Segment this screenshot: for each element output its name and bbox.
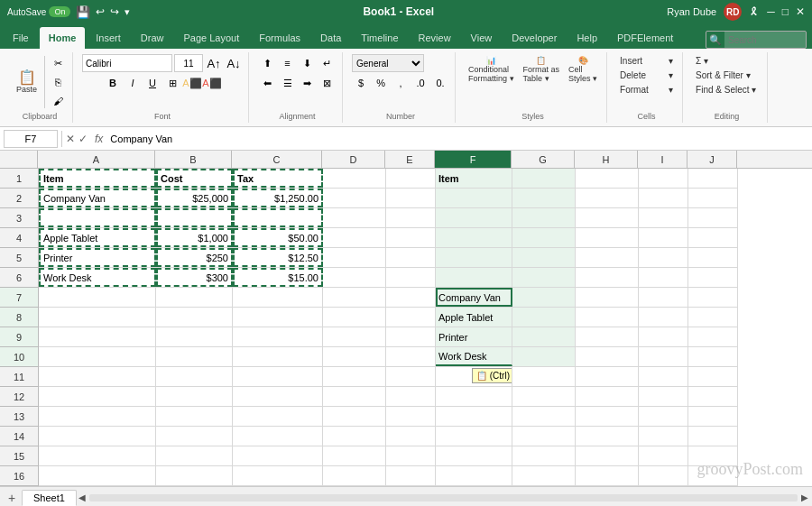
autosave-toggle[interactable]: On — [49, 6, 70, 17]
row-header-4[interactable]: 4 — [0, 228, 38, 248]
cell-h11[interactable] — [576, 367, 639, 386]
cell-b12[interactable] — [156, 387, 233, 406]
cell-b4[interactable]: $1,000 — [156, 228, 233, 247]
cut-button[interactable]: ✂ — [49, 54, 67, 72]
cell-i3[interactable] — [639, 208, 688, 227]
underline-button[interactable]: U — [143, 74, 161, 92]
cell-f15[interactable] — [436, 446, 512, 465]
delete-button[interactable]: Delete▾ — [616, 69, 677, 82]
cell-e16[interactable] — [386, 466, 436, 485]
cell-j14[interactable] — [688, 427, 738, 446]
cell-f16[interactable] — [436, 466, 512, 485]
cell-c12[interactable] — [233, 387, 323, 406]
col-header-h[interactable]: H — [575, 151, 638, 168]
percent-button[interactable]: % — [372, 74, 390, 92]
cell-c15[interactable] — [233, 446, 323, 465]
user-avatar[interactable]: RD — [724, 3, 742, 21]
cell-h1[interactable] — [576, 169, 639, 188]
cell-e14[interactable] — [386, 427, 436, 446]
sort-filter-button[interactable]: Sort & Filter ▾ — [692, 69, 761, 82]
cell-i13[interactable] — [639, 407, 688, 426]
row-header-12[interactable]: 12 — [0, 387, 38, 407]
cell-j2[interactable] — [688, 189, 738, 207]
col-header-c[interactable]: C — [232, 151, 322, 168]
cell-j10[interactable] — [688, 347, 738, 366]
tab-developer[interactable]: Developer — [503, 27, 566, 49]
cell-j3[interactable] — [688, 208, 738, 227]
font-name-input[interactable] — [82, 54, 172, 72]
align-left-button[interactable]: ⬅ — [259, 74, 277, 92]
format-button[interactable]: Format▾ — [616, 83, 677, 97]
cell-d6[interactable] — [323, 268, 386, 287]
cell-a15[interactable] — [39, 446, 156, 465]
cell-i2[interactable] — [639, 189, 688, 207]
cell-d7[interactable] — [323, 288, 386, 307]
align-right-button[interactable]: ➡ — [299, 74, 317, 92]
sheet-tab-sheet1[interactable]: Sheet1 — [22, 490, 77, 506]
cell-e1[interactable] — [386, 169, 436, 188]
tab-review[interactable]: Review — [410, 27, 460, 49]
cell-reference-box[interactable] — [4, 130, 58, 148]
cell-g14[interactable] — [512, 427, 576, 446]
cell-g4[interactable] — [512, 228, 576, 247]
cell-f8[interactable]: Apple Tablet — [436, 308, 512, 327]
cell-i4[interactable] — [639, 228, 688, 247]
cell-e13[interactable] — [386, 407, 436, 426]
align-top-button[interactable]: ⬆ — [259, 54, 277, 72]
merge-center-button[interactable]: ⊠ — [318, 74, 337, 92]
cell-c2[interactable]: $1,250.00 — [233, 189, 323, 207]
scroll-left-icon[interactable]: ◀ — [78, 492, 86, 502]
cell-h15[interactable] — [576, 446, 639, 465]
cell-j8[interactable] — [688, 308, 738, 327]
cell-e5[interactable] — [386, 248, 436, 267]
cell-c3[interactable] — [233, 208, 323, 227]
cell-j15[interactable] — [688, 446, 738, 465]
cell-h6[interactable] — [576, 268, 639, 287]
format-as-table-button[interactable]: 📋 Format asTable ▾ — [520, 54, 564, 85]
tab-help[interactable]: Help — [567, 27, 606, 49]
cell-a11[interactable] — [39, 367, 156, 386]
search-box[interactable]: 🔍 — [706, 31, 807, 49]
cell-c9[interactable] — [233, 327, 323, 346]
cell-b14[interactable] — [156, 427, 233, 446]
cell-h7[interactable] — [576, 288, 639, 307]
cell-g2[interactable] — [512, 189, 576, 207]
font-size-input[interactable] — [174, 54, 203, 72]
cell-b9[interactable] — [156, 327, 233, 346]
cell-f14[interactable] — [436, 427, 512, 446]
cell-f13[interactable] — [436, 407, 512, 426]
align-center-button[interactable]: ☰ — [279, 74, 297, 92]
increase-decimal-button[interactable]: .0 — [411, 74, 429, 92]
cell-b3[interactable] — [156, 208, 233, 227]
redo-icon[interactable]: ↪ — [110, 5, 119, 18]
cell-d16[interactable] — [323, 466, 386, 485]
cell-h5[interactable] — [576, 248, 639, 267]
decrease-decimal-button[interactable]: 0. — [431, 74, 449, 92]
col-header-f[interactable]: F — [435, 151, 512, 168]
cell-e6[interactable] — [386, 268, 436, 287]
scroll-right-icon[interactable]: ▶ — [801, 492, 808, 502]
insert-button[interactable]: Insert▾ — [616, 54, 677, 68]
cell-g11[interactable] — [512, 367, 576, 386]
align-middle-button[interactable]: ≡ — [279, 54, 297, 72]
cell-c4[interactable]: $50.00 — [233, 228, 323, 247]
cell-i6[interactable] — [639, 268, 688, 287]
copy-button[interactable]: ⎘ — [49, 73, 67, 91]
cell-g6[interactable] — [512, 268, 576, 287]
cell-g7[interactable] — [512, 288, 576, 307]
cell-b2[interactable]: $25,000 — [156, 189, 233, 207]
cell-f10[interactable]: Work Desk — [436, 347, 512, 366]
cell-a3[interactable] — [39, 208, 156, 227]
row-header-2[interactable]: 2 — [0, 189, 38, 208]
cell-j7[interactable] — [688, 288, 738, 307]
row-header-15[interactable]: 15 — [0, 446, 38, 466]
cell-c16[interactable] — [233, 466, 323, 485]
cell-e4[interactable] — [386, 228, 436, 247]
cell-e7[interactable] — [386, 288, 436, 307]
cell-c11[interactable] — [233, 367, 323, 386]
cell-d13[interactable] — [323, 407, 386, 426]
cell-d15[interactable] — [323, 446, 386, 465]
cell-h9[interactable] — [576, 327, 639, 346]
row-header-8[interactable]: 8 — [0, 308, 38, 327]
cell-f7[interactable]: Company Van — [436, 288, 512, 307]
